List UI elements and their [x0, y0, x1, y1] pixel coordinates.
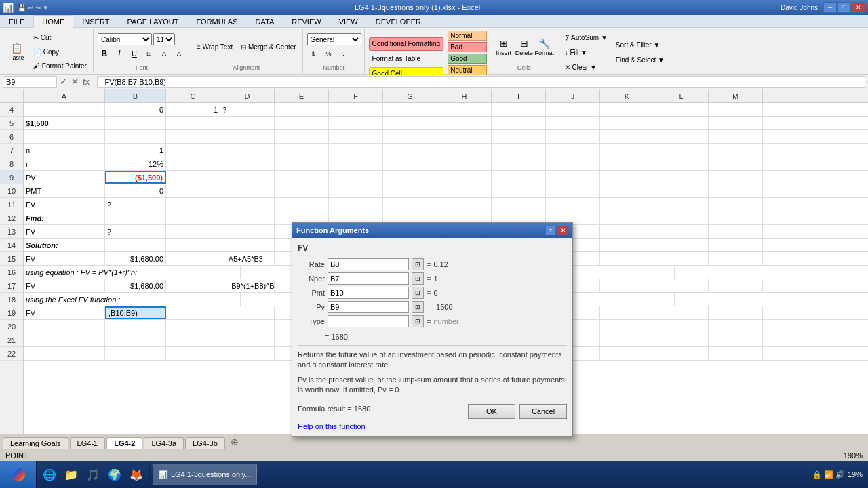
cell-k12[interactable] — [600, 211, 654, 224]
underline-btn[interactable]: U — [127, 47, 141, 60]
cell-h8[interactable] — [437, 157, 492, 170]
cell-l10[interactable] — [654, 184, 709, 197]
col-header-h[interactable]: H — [437, 89, 492, 102]
good-btn[interactable]: Good — [448, 54, 486, 64]
cell-a18[interactable]: using the Excel FV function : — [24, 293, 186, 306]
nper-collapse-btn[interactable]: ⊡ — [412, 272, 424, 285]
pv-input[interactable] — [328, 301, 409, 313]
cell-a12[interactable]: Find: — [24, 211, 105, 224]
cell-g11[interactable] — [383, 198, 437, 211]
cell-g8[interactable] — [383, 157, 437, 170]
function-icon[interactable]: fx — [83, 77, 90, 87]
cell-d14[interactable] — [220, 239, 275, 251]
cell-k7[interactable] — [600, 144, 654, 157]
cell-c20[interactable] — [166, 320, 220, 333]
cell-d12[interactable] — [220, 211, 275, 224]
col-header-b[interactable]: B — [105, 89, 166, 102]
cell-k10[interactable] — [600, 184, 654, 197]
cell-h7[interactable] — [437, 144, 492, 157]
cell-m4[interactable] — [709, 103, 763, 116]
clear-btn[interactable]: ✕ Clear ▼ — [561, 60, 611, 74]
cell-b11[interactable]: ? — [105, 198, 166, 211]
cell-j10[interactable] — [546, 184, 600, 197]
cell-a9[interactable]: PV — [24, 171, 105, 184]
cell-d10[interactable] — [220, 184, 275, 197]
cell-g10[interactable] — [383, 184, 437, 197]
formula-cancel-icon[interactable]: ✕ — [71, 77, 79, 87]
cell-l19[interactable] — [654, 306, 709, 319]
cell-f18[interactable] — [241, 293, 295, 306]
cell-c11[interactable] — [166, 198, 220, 211]
cell-b19[interactable]: ,B10,B9) — [105, 306, 166, 319]
cell-c8[interactable] — [166, 157, 220, 170]
cell-d11[interactable] — [220, 198, 275, 211]
tab-developer[interactable]: DEVELOPER — [367, 15, 430, 28]
cell-c22[interactable] — [166, 347, 220, 360]
rate-input[interactable] — [328, 258, 409, 270]
cell-b22[interactable] — [105, 347, 166, 360]
format-as-table-btn[interactable]: Format as Table — [369, 52, 444, 66]
tab-data[interactable]: DATA — [247, 15, 283, 28]
cell-a7[interactable]: n — [24, 144, 105, 157]
cell-a16[interactable]: using equation : FV = PV*(1+r)^n: — [24, 266, 186, 279]
cell-b14[interactable] — [105, 239, 166, 251]
cell-b7[interactable]: 1 — [105, 144, 166, 157]
cell-d15[interactable]: = A5+A5*B3 — [220, 252, 275, 265]
cell-m18[interactable] — [620, 293, 675, 306]
cell-b20[interactable] — [105, 320, 166, 333]
cell-h11[interactable] — [437, 198, 492, 211]
format-btn[interactable]: 🔧 Format — [535, 37, 554, 56]
cut-btn[interactable]: ✂ Cut — [30, 30, 90, 44]
formula-check-icon[interactable]: ✓ — [60, 77, 67, 87]
copy-btn[interactable]: 📄 Copy — [30, 45, 90, 58]
delete-btn[interactable]: ⊟ Delete — [515, 37, 534, 56]
row-num-10[interactable]: 10 — [0, 184, 23, 198]
cell-m15[interactable] — [709, 252, 763, 265]
type-input[interactable] — [328, 315, 409, 327]
cell-k15[interactable] — [600, 252, 654, 265]
cell-e4[interactable] — [275, 103, 329, 116]
paste-btn[interactable]: 📋 Paste — [4, 34, 28, 69]
cell-h5[interactable] — [437, 117, 492, 129]
cell-l17[interactable] — [654, 279, 709, 292]
cell-b12[interactable] — [105, 211, 166, 224]
cell-m13[interactable] — [709, 225, 763, 238]
cell-j4[interactable] — [546, 103, 600, 116]
cell-j6[interactable] — [546, 130, 600, 143]
cell-e10[interactable] — [275, 184, 329, 197]
merge-center-btn[interactable]: ⊟ Merge & Center — [237, 40, 299, 54]
row-num-17[interactable]: 17 — [0, 279, 23, 293]
cell-i6[interactable] — [492, 130, 546, 143]
cell-f8[interactable] — [329, 157, 383, 170]
row-num-22[interactable]: 22 — [0, 347, 23, 361]
row-num-9[interactable]: 9 — [0, 171, 23, 184]
cell-l9[interactable] — [654, 171, 709, 184]
cell-m20[interactable] — [709, 320, 763, 333]
cell-e18[interactable] — [186, 293, 241, 306]
sheet-tab-lg4-3b[interactable]: LG4-3b — [185, 437, 225, 449]
cell-i5[interactable] — [492, 117, 546, 129]
sheet-tab-lg4-3a[interactable]: LG4-3a — [144, 437, 184, 449]
cell-b21[interactable] — [105, 333, 166, 346]
number-format-select[interactable]: General — [307, 33, 361, 45]
col-header-e[interactable]: E — [275, 89, 329, 102]
cell-c4[interactable]: 1 — [166, 103, 220, 116]
type-collapse-btn[interactable]: ⊡ — [412, 315, 424, 327]
cell-j9[interactable] — [546, 171, 600, 184]
cell-g7[interactable] — [383, 144, 437, 157]
cell-e5[interactable] — [275, 117, 329, 129]
cell-a22[interactable] — [24, 347, 105, 360]
cell-m12[interactable] — [709, 211, 763, 224]
cell-e9[interactable] — [275, 171, 329, 184]
cell-d4[interactable]: ? — [220, 103, 275, 116]
cell-a6[interactable] — [24, 130, 105, 143]
cell-m22[interactable] — [709, 347, 763, 360]
cell-a11[interactable]: FV — [24, 198, 105, 211]
tab-home[interactable]: HOME — [33, 15, 73, 28]
row-num-5[interactable]: 5 — [0, 117, 23, 130]
cancel-button[interactable]: Cancel — [519, 404, 567, 419]
cell-h4[interactable] — [437, 103, 492, 116]
cell-l22[interactable] — [654, 347, 709, 360]
cell-l12[interactable] — [654, 211, 709, 224]
cell-l5[interactable] — [654, 117, 709, 129]
